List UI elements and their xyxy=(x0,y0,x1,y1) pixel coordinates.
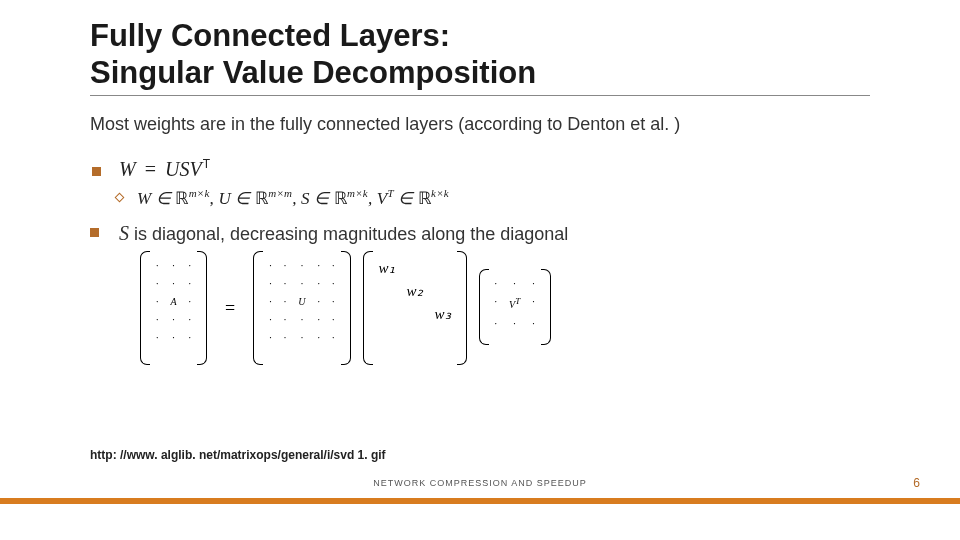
slide-title: Fully Connected Layers: Singular Value D… xyxy=(90,18,870,96)
footer-title: NETWORK COMPRESSION AND SPEEDUP xyxy=(0,478,960,488)
set-W: ℝ xyxy=(175,188,188,207)
exp-S: m×k xyxy=(347,187,368,199)
title-line-1: Fully Connected Layers: xyxy=(90,18,450,53)
label-U: U xyxy=(292,293,311,311)
sigma-w3: w₃ xyxy=(429,303,457,326)
elem3: ∈ xyxy=(310,188,334,207)
matrix-U: ····· ····· ··U·· ····· ····· xyxy=(253,253,350,363)
sep2: , xyxy=(292,188,301,207)
footer-accent-bar xyxy=(0,498,960,504)
formula-sup: T xyxy=(203,157,210,171)
label-VT: VT xyxy=(503,293,526,314)
bullet-square-icon xyxy=(92,167,101,176)
matrix-sigma: w₁ w₂ w₃ xyxy=(363,253,467,363)
exp-W: m×k xyxy=(189,187,210,199)
formula-row: W = USVT xyxy=(92,157,870,181)
diagonal-rest: is diagonal, decreasing magnitudes along… xyxy=(129,224,568,244)
sigma-w2: w₂ xyxy=(401,280,429,303)
dim-W: W xyxy=(137,188,151,207)
matrix-VT: ··· ·VT· ··· xyxy=(479,271,551,343)
formula-lhs: W xyxy=(119,158,136,180)
sep3: , xyxy=(368,188,377,207)
diamond-bullet-icon xyxy=(115,193,125,203)
set-S: ℝ xyxy=(334,188,347,207)
formula-eq: = xyxy=(141,158,160,180)
equals-sign: = xyxy=(219,298,241,319)
svd-figure: ··· ··· ·A· ··· ··· = ····· ····· ··U·· … xyxy=(140,253,870,363)
dim-U: U xyxy=(218,188,230,207)
main-bullet-text: Most weights are in the fully connected … xyxy=(90,114,870,135)
vt-sup: T xyxy=(515,296,520,306)
sigma-w1: w₁ xyxy=(373,257,401,280)
bullet-square-icon-2 xyxy=(90,228,99,237)
diagonal-text: S is diagonal, decreasing magnitudes alo… xyxy=(119,222,568,245)
elem4: ∈ xyxy=(394,188,418,207)
set-V: ℝ xyxy=(418,188,431,207)
matrix-A: ··· ··· ·A· ··· ··· xyxy=(140,253,207,363)
dimension-formula: W ∈ ℝm×k, U ∈ ℝm×m, S ∈ ℝm×k, VT ∈ ℝk×k xyxy=(137,187,449,209)
set-U: ℝ xyxy=(255,188,268,207)
diagonal-row: S is diagonal, decreasing magnitudes alo… xyxy=(90,222,870,245)
dim-V: V xyxy=(377,188,388,207)
title-line-2: Singular Value Decomposition xyxy=(90,55,536,90)
elem2: ∈ xyxy=(231,188,255,207)
svd-formula: W = USVT xyxy=(119,157,210,181)
exp-U: m×m xyxy=(268,187,292,199)
dim-S: S xyxy=(301,188,310,207)
sub-bullet-row: W ∈ ℝm×k, U ∈ ℝm×m, S ∈ ℝm×k, VT ∈ ℝk×k xyxy=(116,187,870,209)
source-link: http: //www. alglib. net/matrixops/gener… xyxy=(90,448,386,462)
elem: ∈ xyxy=(151,188,175,207)
exp-V: k×k xyxy=(431,187,449,199)
label-A: A xyxy=(165,293,183,311)
s-variable: S xyxy=(119,222,129,244)
page-number: 6 xyxy=(913,476,920,490)
formula-rhs: USV xyxy=(165,158,202,180)
